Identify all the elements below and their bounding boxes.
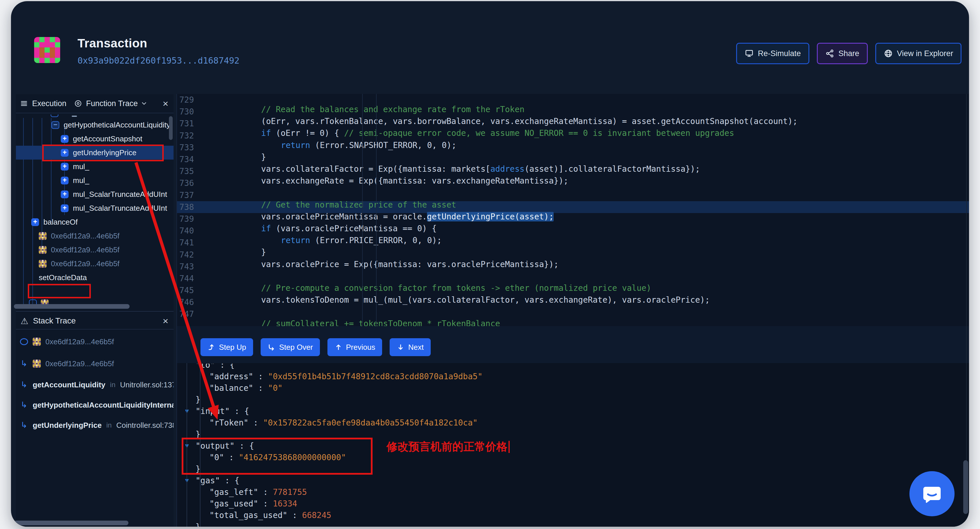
tree-item-setoracledata[interactable]: setOracleData [16,270,173,284]
json-line-close: ▼ } [177,428,969,440]
close-trace-icon[interactable]: × [162,98,169,108]
expand-icon[interactable] [61,204,68,212]
tree-item-label: mul_ [73,162,89,171]
button-label: Previous [346,343,375,352]
next-button[interactable]: Next [390,338,430,356]
debug-buttons: Step Up Step Over Previous Next [200,338,431,356]
json-punctuation: : [253,372,268,381]
clipped-tree-row-dash [72,116,77,117]
line-number: 744 [177,274,198,283]
tree-item-address[interactable]: 0xe6df12a9...4e6b5f [16,257,173,270]
sidebar-tabs: Execution Function Trace × [16,94,173,113]
frame-address: 0xe6df12a9...4e6b5f [45,359,114,368]
json-indent-guide [200,363,200,527]
tree-item-address[interactable]: 0xe6df12a9...4e6b5f [16,229,173,243]
stack-frame-getaccountliquidity[interactable]: getAccountLiquidity in Unitroller.sol:13… [16,375,173,395]
json-value: "0" [268,383,283,393]
stack-frame-getunderlyingprice[interactable]: getUnderlyingPrice in Cointroller.sol:73… [16,415,173,435]
tree-item-label: balanceOf [43,218,78,227]
tab-function-trace[interactable]: Function Trace [86,99,138,108]
menu-icon[interactable] [20,99,28,108]
json-value: "0xd55f01b4b51b7f48912cd8ca3cdd8070a1a9d… [268,372,482,381]
tree-item-getaccountsnapshot[interactable]: getAccountSnapshot [16,132,173,146]
expand-icon[interactable] [61,149,68,157]
expand-icon[interactable] [61,135,68,143]
contract-avatar-icon [39,246,46,254]
stack-trace-title: Stack Trace [33,316,76,326]
stack-trace-header: ⚠ Stack Trace × [16,313,173,330]
tree-item-mul[interactable]: mul_ [16,160,173,173]
button-label: Step Over [279,343,313,352]
json-value: 16334 [273,499,297,508]
chevron-down-icon[interactable] [141,100,148,107]
json-punctuation: : [253,383,268,393]
re-simulate-button[interactable]: Re-Simulate [736,43,809,64]
line-number: 745 [177,286,198,295]
stack-frame-contract[interactable]: 0xe6df12a9...4e6b5f [16,331,173,353]
tree-item-label: 0xe6df12a9...4e6b5f [51,259,119,268]
text-cursor [509,441,510,453]
code-line: 740 return (Error.PRICE_ERROR, 0, 0); [177,225,969,237]
button-label: Re-Simulate [758,49,801,58]
function-trace-tree: getHypotheticalAccountLiquidity getAccou… [16,118,173,284]
button-label: Share [838,49,859,58]
json-key: "to" [196,363,215,370]
close-stack-trace-icon[interactable]: × [162,316,169,326]
tree-item-gethypotheticalaccountliquidity[interactable]: getHypotheticalAccountLiquidity [16,118,173,132]
json-line-gas-used: ▼ "gas_used" : 16334 [177,498,969,509]
window-scrollbar-track [966,94,967,460]
frame-marker-icon [20,338,28,345]
frame-marker-icon [20,360,28,368]
chat-widget-button[interactable] [909,471,955,516]
state-inspector[interactable]: ▼ "to" : { ▼ "address" : "0xd55f01b4b51b… [177,363,969,527]
tree-horizontal-scrollbar[interactable] [14,304,130,309]
line-number: 736 [177,178,198,188]
json-key: "rToken" [209,418,248,427]
line-number: 747 [177,309,198,319]
tree-vertical-scrollbar[interactable] [169,116,173,140]
json-line-input-open: ▼ "input" : { [177,405,969,417]
expand-icon[interactable] [61,163,68,170]
json-value: "0x157822ac5fa0efe98daa4b0a55450f4a182c1… [263,418,477,427]
tree-item-mul-scalartruncateadduint[interactable]: mul_ScalarTruncateAddUInt [16,201,173,215]
tree-item-mul[interactable]: mul_ [16,173,173,187]
stack-frame-contract[interactable]: 0xe6df12a9...4e6b5f [16,353,173,375]
json-punctuation: : { [230,407,249,416]
panel-divider [16,311,173,311]
line-number: 746 [177,297,198,307]
code-line: 745 vars.tokensToDenom = mul_(mul_(vars.… [177,284,969,296]
stack-frame-gethypotheticalaccountliquidityinternal[interactable]: getHypotheticalAccountLiquidityInternal … [16,395,173,415]
stack-horizontal-scrollbar[interactable] [14,521,129,525]
json-line-close: ▼ } [177,521,969,527]
frame-function: getUnderlyingPrice [33,421,102,430]
json-key: "balance" [209,383,253,393]
window-vertical-scrollbar[interactable] [963,460,968,514]
json-line-output-open: ▼ "output" : { [177,440,969,451]
tab-execution[interactable]: Execution [32,99,67,108]
line-number: 729 [177,95,198,105]
step-over-button[interactable]: Step Over [261,338,320,356]
tree-item-balanceof[interactable]: balanceOf [16,215,173,229]
frame-function: getHypotheticalAccountLiquidityInternal [33,401,173,410]
code-editor[interactable]: 729 // Read the balances and exchange ra… [177,94,969,326]
json-indent-guide [186,363,187,527]
button-icon [334,343,342,351]
frame-in-label: in [110,381,115,389]
expand-icon[interactable] [61,191,68,198]
json-line-to-open: ▼ "to" : { [177,363,969,370]
expand-icon[interactable] [51,121,59,129]
tree-item-mul-scalartruncateadduint[interactable]: mul_ScalarTruncateAddUInt [16,187,173,201]
json-key: "output" [196,441,235,451]
json-key: "total_gas_used" [209,510,288,520]
step-up-button[interactable]: Step Up [200,338,253,356]
tree-item-label: getHypotheticalAccountLiquidity [64,121,170,130]
expand-icon[interactable] [61,176,68,184]
share-button[interactable]: Share [817,43,868,64]
view-in-explorer-button[interactable]: View in Explorer [875,43,962,64]
line-number: 737 [177,191,198,200]
frame-function: getAccountLiquidity [33,380,105,389]
expand-icon[interactable] [31,218,39,226]
tree-item-address[interactable]: 0xe6df12a9...4e6b5f [16,243,173,257]
previous-button[interactable]: Previous [328,338,382,356]
tree-item-getunderlyingprice[interactable]: getUnderlyingPrice [16,146,173,160]
